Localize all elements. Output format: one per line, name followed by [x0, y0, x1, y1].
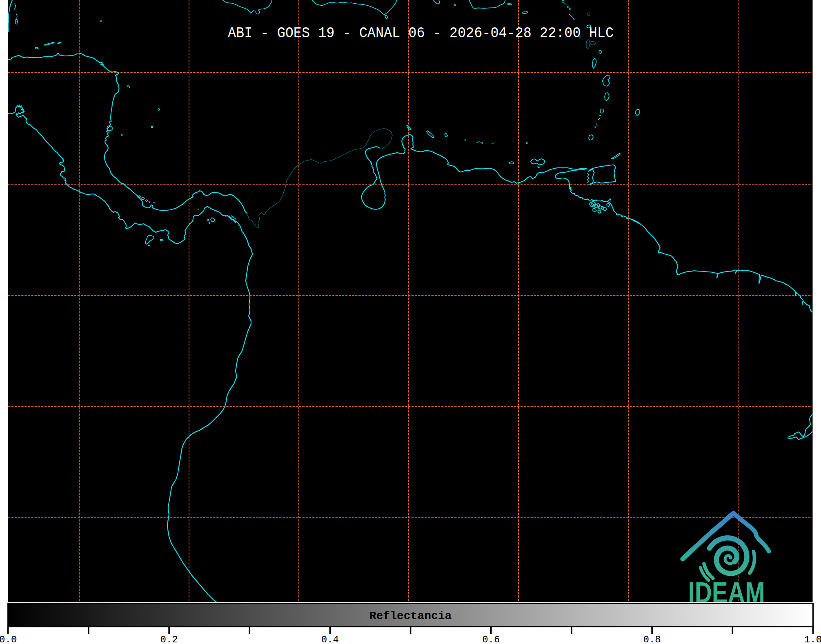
svg-text:Reflectancia: Reflectancia [369, 610, 452, 622]
svg-text:0.2: 0.2 [160, 634, 178, 644]
svg-text:0.0: 0.0 [0, 634, 17, 644]
svg-text:0.4: 0.4 [321, 634, 339, 644]
svg-text:1.0: 1.0 [804, 634, 821, 644]
svg-text:ABI - GOES 19 - CANAL 06 - 202: ABI - GOES 19 - CANAL 06 - 2026-04-28 22… [228, 25, 614, 42]
svg-text:0.8: 0.8 [643, 634, 661, 644]
svg-text:0.6: 0.6 [482, 634, 500, 644]
